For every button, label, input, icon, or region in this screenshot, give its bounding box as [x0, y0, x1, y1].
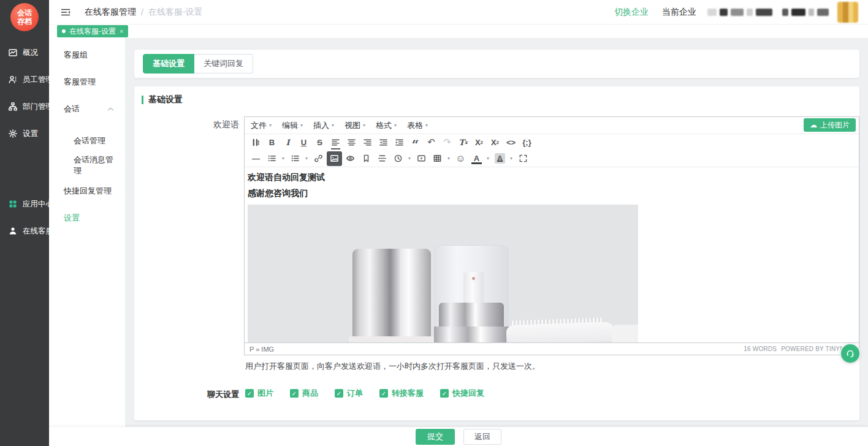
sidebar-item-sessions[interactable]: 会话: [49, 96, 125, 123]
align-right-button[interactable]: [360, 135, 375, 149]
preview-eye-button[interactable]: [343, 151, 358, 166]
editor-menubar: 文件▾ 编辑▾ 插入▾ 视图▾ 格式▾ 表格▾ ☁ 上传图片: [245, 117, 859, 134]
sidebar-item-service-groups[interactable]: 客服组: [49, 42, 125, 69]
numbered-list-button[interactable]: [287, 151, 303, 166]
editor-content-area[interactable]: 欢迎语自动回复测试 感谢您咨询我们: [245, 167, 859, 342]
editor-menu-edit[interactable]: 编辑▾: [282, 120, 303, 131]
tab-chip-online-service-settings[interactable]: 在线客服-设置 ×: [57, 25, 128, 37]
upload-image-button[interactable]: ☁ 上传图片: [804, 118, 856, 132]
word-count: 16 WORDS: [744, 346, 777, 352]
element-path: P » IMG: [249, 346, 274, 353]
checkbox-image[interactable]: ✓ 图片: [245, 388, 273, 399]
app-logo[interactable]: 会话 存档: [10, 3, 39, 31]
sidebar-item-service-management[interactable]: 客服管理: [49, 69, 125, 96]
tab-chip-label: 在线客服-设置: [69, 26, 116, 37]
caret-down-icon[interactable]: ▾: [446, 156, 452, 161]
code-sample-button[interactable]: {;}: [519, 135, 535, 149]
sidebar-item-settings-active[interactable]: 设置: [49, 205, 125, 232]
clear-formatting-button[interactable]: Tx: [455, 135, 471, 149]
text-color-button[interactable]: A: [469, 151, 484, 166]
outdent-button[interactable]: [376, 135, 391, 149]
insert-datetime-button[interactable]: [390, 151, 406, 166]
sidebar-item-label: 快捷回复管理: [64, 186, 112, 197]
menu-fold-icon[interactable]: [60, 7, 71, 18]
floating-service-button[interactable]: [841, 344, 859, 363]
align-center-button[interactable]: [344, 135, 359, 149]
sidebar-item-quick-reply-management[interactable]: 快捷回复管理: [49, 178, 125, 205]
caret-down-icon: ▾: [269, 123, 272, 128]
editor-menu-format[interactable]: 格式▾: [376, 120, 397, 131]
italic-button[interactable]: I: [280, 135, 295, 149]
caret-down-icon[interactable]: ▾: [508, 156, 514, 161]
welcome-image[interactable]: [248, 205, 638, 342]
sidebar-item-online-service[interactable]: 在线客服: [0, 217, 49, 244]
sidebar-item-overview[interactable]: 概况: [0, 39, 49, 66]
form-action-footer: 提交 返回: [49, 427, 868, 446]
blockquote-button[interactable]: “: [408, 135, 423, 149]
breadcrumb: 在线客服管理 / 在线客服-设置: [85, 7, 203, 18]
insert-table-button[interactable]: [430, 151, 445, 166]
switch-company-link[interactable]: 切换企业: [614, 7, 649, 18]
align-left-button[interactable]: [328, 135, 343, 149]
tab-basic-settings[interactable]: 基础设置: [143, 54, 194, 74]
sidebar-item-departments[interactable]: 部门管理: [0, 93, 49, 120]
editor-menu-view[interactable]: 视图▾: [345, 120, 365, 131]
bullet-list-button[interactable]: [264, 151, 280, 166]
tab-keyword-reply[interactable]: 关键词回复: [194, 54, 253, 74]
current-company-label: 当前企业: [662, 7, 696, 18]
editor-menu-insert[interactable]: 插入▾: [313, 120, 334, 131]
code-button[interactable]: <>: [503, 135, 519, 149]
sidebar-item-label: 概况: [23, 48, 38, 58]
sidebar-item-settings[interactable]: 设置: [0, 120, 49, 147]
background-color-button[interactable]: A: [492, 151, 508, 166]
insert-media-button[interactable]: [414, 151, 429, 166]
menu-label: 表格: [407, 120, 423, 131]
tab-close-icon[interactable]: ×: [120, 28, 123, 35]
headset-icon: [845, 349, 855, 358]
checkbox-checked-icon: ✓: [245, 389, 254, 398]
sidebar-item-employees[interactable]: 员工管理: [0, 66, 49, 93]
glyph: 2: [481, 140, 483, 145]
checkbox-quick-reply[interactable]: ✓ 快捷回复: [440, 388, 484, 399]
breadcrumb-parent[interactable]: 在线客服管理: [85, 7, 136, 18]
sidebar-item-session-management[interactable]: 会话管理: [49, 129, 125, 153]
welcome-message-label: 欢迎语: [207, 119, 239, 130]
checkbox-transfer-service[interactable]: ✓ 转接客服: [379, 388, 424, 399]
color-swatch: [471, 162, 482, 164]
link-button[interactable]: [311, 151, 326, 166]
service-person-icon: [8, 226, 18, 236]
user-avatar[interactable]: [837, 2, 858, 23]
page-break-button[interactable]: [375, 151, 390, 166]
overview-chart-icon: [8, 48, 18, 58]
redo-button[interactable]: ↷: [440, 135, 455, 149]
sidebar-item-app-center[interactable]: 应用中心: [0, 191, 49, 217]
caret-down-icon[interactable]: ▾: [406, 156, 413, 161]
horizontal-rule-button[interactable]: —: [248, 151, 264, 166]
chat-settings-label: 聊天设置: [202, 389, 239, 400]
back-button[interactable]: 返回: [463, 429, 501, 445]
checkbox-product[interactable]: ✓ 商品: [290, 388, 318, 399]
caret-down-icon[interactable]: ▾: [485, 156, 491, 161]
paragraph-format-icon[interactable]: [248, 135, 264, 149]
fullscreen-button[interactable]: [516, 151, 531, 166]
caret-down-icon[interactable]: ▾: [280, 156, 286, 161]
editor-menu-file[interactable]: 文件▾: [251, 120, 272, 131]
top-header: 在线客服管理 / 在线客服-设置 切换企业 当前企业: [49, 0, 868, 25]
sidebar-item-session-message-management[interactable]: 会话消息管理: [49, 153, 125, 178]
editor-menu-table[interactable]: 表格▾: [407, 120, 428, 131]
insert-image-button[interactable]: [327, 151, 342, 166]
submit-button[interactable]: 提交: [416, 429, 455, 445]
subscript-button[interactable]: X2: [471, 135, 487, 149]
undo-button[interactable]: ↶: [424, 135, 439, 149]
strikethrough-button[interactable]: S: [312, 135, 327, 149]
checkbox-checked-icon: ✓: [335, 389, 343, 398]
checkbox-order[interactable]: ✓ 订单: [335, 388, 363, 399]
primary-sidebar: 会话 存档 概况 员工管理 部门管理 设置: [0, 0, 49, 446]
indent-button[interactable]: [392, 135, 407, 149]
bold-button[interactable]: B: [264, 135, 280, 149]
anchor-bookmark-button[interactable]: [359, 151, 374, 166]
underline-button[interactable]: U: [296, 135, 311, 149]
emoticons-button[interactable]: ☺: [453, 151, 468, 166]
caret-down-icon[interactable]: ▾: [303, 156, 310, 161]
superscript-button[interactable]: X2: [487, 135, 503, 149]
